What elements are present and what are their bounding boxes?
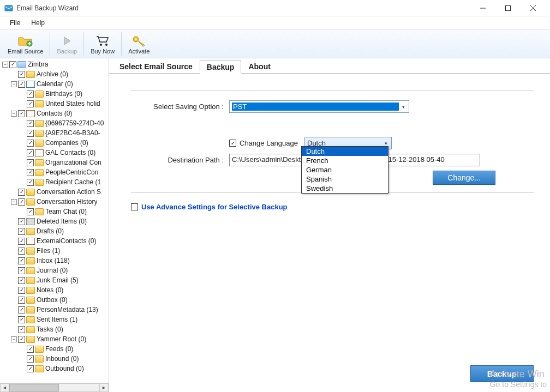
menu-file[interactable]: File: [4, 17, 26, 28]
tree-checkbox[interactable]: [27, 100, 34, 107]
maximize-button[interactable]: [495, 0, 521, 16]
tree-horizontal-scrollbar[interactable]: ◄ ►: [0, 383, 109, 392]
tree-checkbox[interactable]: [18, 306, 25, 313]
close-button[interactable]: [521, 0, 546, 16]
tree-row[interactable]: −Calendar (0): [0, 79, 109, 89]
scroll-track[interactable]: [9, 383, 99, 392]
tree-checkbox[interactable]: [18, 198, 25, 206]
toolbar-email-source[interactable]: Email Source: [2, 30, 49, 58]
tree-row[interactable]: Files (1): [0, 246, 109, 256]
tree-row[interactable]: Inbound (0): [0, 354, 109, 364]
scroll-right-arrow[interactable]: ►: [99, 383, 109, 392]
tree-checkbox[interactable]: [27, 169, 34, 176]
tree-row[interactable]: −Yammer Root (0): [0, 334, 109, 344]
tree-checkbox[interactable]: [27, 120, 34, 127]
tree-row[interactable]: Birthdays (0): [0, 89, 109, 99]
tree-checkbox[interactable]: [18, 297, 25, 304]
tree-checkbox[interactable]: [18, 326, 25, 333]
tree-row[interactable]: PeopleCentricCon: [0, 167, 109, 177]
tree-row[interactable]: Outbox (0): [0, 295, 109, 305]
tab-about[interactable]: About: [241, 59, 277, 73]
backup-button[interactable]: Backup: [470, 365, 534, 382]
tree-checkbox[interactable]: [18, 238, 25, 245]
tree-checkbox[interactable]: [18, 267, 25, 274]
tree-checkbox[interactable]: [27, 159, 34, 166]
language-option[interactable]: Dutch: [302, 147, 388, 156]
tree-checkbox[interactable]: [18, 71, 25, 78]
tree-row[interactable]: Inbox (118): [0, 256, 109, 266]
scroll-thumb[interactable]: [9, 384, 59, 391]
menu-help[interactable]: Help: [26, 17, 50, 28]
collapse-icon[interactable]: −: [11, 81, 17, 87]
tree-checkbox[interactable]: [27, 179, 34, 186]
change-language-checkbox[interactable]: [229, 140, 236, 147]
tree-checkbox[interactable]: [18, 277, 25, 284]
tree-row[interactable]: Companies (0): [0, 138, 109, 148]
tree-checkbox[interactable]: [27, 149, 34, 156]
tree-checkbox[interactable]: [18, 257, 25, 264]
tree-checkbox[interactable]: [18, 336, 25, 343]
tree-row[interactable]: GAL Contacts (0): [0, 148, 109, 158]
tree-row[interactable]: {A9E2BC46-B3A0-: [0, 128, 109, 138]
tree-row[interactable]: Feeds (0): [0, 344, 109, 354]
tree-row[interactable]: Recipient Cache (1: [0, 177, 109, 187]
language-option[interactable]: Swedish: [302, 184, 388, 193]
tree-row[interactable]: Junk Email (5): [0, 275, 109, 285]
saving-option-combo[interactable]: PST ▾: [229, 100, 409, 113]
tree-row[interactable]: Sent Items (1): [0, 315, 109, 324]
change-button[interactable]: Change...: [433, 171, 495, 185]
tree-checkbox[interactable]: [27, 208, 34, 215]
language-dropdown-list[interactable]: DutchFrenchGermanSpanishSwedish: [301, 146, 388, 194]
folder-icon: [26, 287, 35, 294]
advance-settings-label[interactable]: Use Advance Settings for Selective Backu…: [141, 203, 288, 211]
tree-checkbox[interactable]: [27, 91, 34, 98]
tree-checkbox[interactable]: [18, 189, 25, 196]
tree-checkbox[interactable]: [18, 316, 25, 323]
tree-row[interactable]: −Conversation History: [0, 197, 109, 207]
tree-checkbox[interactable]: [27, 140, 34, 147]
collapse-icon[interactable]: −: [11, 336, 17, 342]
toolbar-buy-now[interactable]: Buy Now: [85, 30, 120, 58]
folder-tree[interactable]: −ZimbraArchive (0)−Calendar (0)Birthdays…: [0, 58, 109, 383]
tree-row[interactable]: {06967759-274D-40: [0, 118, 109, 128]
scroll-left-arrow[interactable]: ◄: [0, 383, 9, 392]
tree-row[interactable]: Team Chat (0): [0, 207, 109, 216]
collapse-icon[interactable]: −: [11, 199, 17, 205]
tree-checkbox[interactable]: [18, 287, 25, 294]
language-option[interactable]: Spanish: [302, 174, 388, 184]
tree-checkbox[interactable]: [27, 346, 34, 353]
tree-row[interactable]: Organizational Con: [0, 158, 109, 167]
language-option[interactable]: German: [302, 165, 388, 174]
tab-backup[interactable]: Backup: [200, 60, 242, 74]
tree-row[interactable]: −Contacts (0): [0, 108, 109, 118]
tree-row[interactable]: Archive (0): [0, 69, 109, 79]
tree-row[interactable]: Conversation Action S: [0, 187, 109, 197]
tree-checkbox[interactable]: [18, 218, 25, 225]
language-option[interactable]: French: [302, 156, 388, 165]
tree-row[interactable]: Drafts (0): [0, 226, 109, 236]
tree-checkbox[interactable]: [27, 355, 34, 363]
tree-row[interactable]: −Zimbra: [0, 59, 109, 69]
tree-row[interactable]: PersonMetadata (13): [0, 305, 109, 315]
tree-checkbox[interactable]: [18, 110, 25, 117]
advance-settings-checkbox[interactable]: [131, 203, 138, 210]
tree-checkbox[interactable]: [27, 130, 34, 137]
toolbar-backup[interactable]: Backup: [51, 30, 82, 58]
tree-checkbox[interactable]: [27, 365, 34, 372]
collapse-icon[interactable]: −: [11, 111, 17, 117]
tree-row[interactable]: Deleted Items (0): [0, 216, 109, 226]
minimize-button[interactable]: [470, 0, 495, 16]
tab-select-email-source[interactable]: Select Email Source: [112, 59, 200, 73]
collapse-icon[interactable]: −: [2, 62, 8, 68]
tree-row[interactable]: ExternalContacts (0): [0, 236, 109, 246]
tree-row[interactable]: Outbound (0): [0, 364, 109, 373]
tree-checkbox[interactable]: [18, 228, 25, 235]
tree-row[interactable]: United States holid: [0, 99, 109, 108]
toolbar-activate[interactable]: Activate: [123, 30, 155, 58]
tree-row[interactable]: Tasks (0): [0, 324, 109, 334]
tree-row[interactable]: Notes (0): [0, 285, 109, 295]
tree-checkbox[interactable]: [18, 248, 25, 255]
tree-row[interactable]: Journal (0): [0, 266, 109, 275]
tree-checkbox[interactable]: [18, 81, 25, 88]
tree-checkbox[interactable]: [9, 61, 16, 68]
